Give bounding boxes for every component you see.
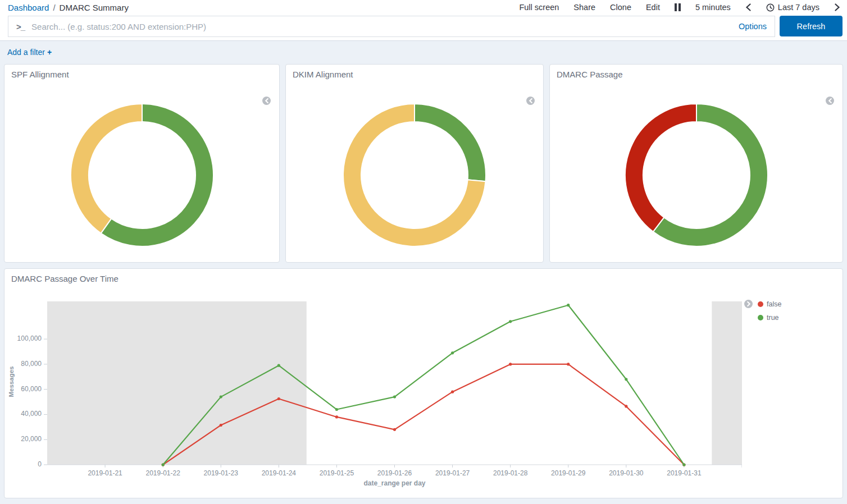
x-axis-tick-label: 2019-01-26 (371, 469, 419, 477)
time-range-picker[interactable]: Last 7 days (766, 3, 819, 12)
line-chart: 020,00040,00060,00080,000100,0002019-01-… (4, 269, 742, 499)
y-axis-tick-label: 20,000 (7, 435, 42, 443)
x-axis-tick-label: 2019-01-22 (139, 469, 187, 477)
x-axis-tick-label: 2019-01-29 (544, 469, 593, 477)
nav-menu: Full screen Share Clone Edit 5 minutes L… (519, 3, 840, 12)
x-axis-tick-label: 2019-01-27 (429, 469, 477, 477)
chevron-left-icon (529, 98, 533, 103)
console-icon: >_ (16, 22, 25, 31)
query-bar: >_ Options Refresh (0, 15, 847, 40)
chevron-right-icon (746, 301, 751, 306)
page-title: DMARC Summary (60, 3, 129, 12)
x-axis-tick-label: 2019-01-30 (602, 469, 650, 477)
chevron-left-icon (745, 3, 752, 11)
top-nav: Dashboard / DMARC Summary Full screen Sh… (0, 0, 847, 15)
legend-dot-false (758, 301, 763, 307)
refresh-interval-button[interactable]: 5 minutes (695, 3, 731, 12)
y-axis-tick-label: 0 (7, 460, 42, 468)
panel-title: SPF Allignment (4, 65, 279, 84)
panel-spf-alignment: SPF Allignment (4, 64, 280, 263)
clock-icon (766, 3, 775, 12)
x-axis-tick-label: 2019-01-23 (197, 469, 245, 477)
filter-bar: Add a filter+ (4, 41, 843, 64)
search-input[interactable] (31, 22, 732, 31)
x-axis-tick-label: 2019-01-28 (486, 469, 535, 477)
x-axis-title: date_range per day (47, 479, 742, 487)
panel-dkim-alignment: DKIM Alignment (285, 64, 544, 263)
donut-chart[interactable] (70, 103, 214, 247)
panel-title: DKIM Alignment (286, 65, 543, 84)
chart-legend: false true (744, 300, 781, 322)
time-forward-button[interactable] (834, 3, 840, 11)
breadcrumb: Dashboard / DMARC Summary (8, 3, 129, 12)
chevron-left-icon (265, 98, 269, 103)
legend-item-true[interactable]: true (758, 314, 781, 322)
x-axis-tick-label: 2019-01-25 (312, 469, 361, 477)
legend-collapse-button[interactable] (826, 97, 834, 105)
share-button[interactable]: Share (573, 3, 595, 12)
clone-button[interactable]: Clone (610, 3, 631, 12)
legend-item-false[interactable]: false (758, 300, 781, 308)
legend-dot-true (758, 315, 763, 320)
panel-dmarc-passage: DMARC Passage (549, 64, 843, 263)
legend-collapse-button[interactable] (526, 97, 535, 105)
y-axis-tick-label: 100,000 (7, 335, 42, 342)
edit-button[interactable]: Edit (646, 3, 660, 12)
add-filter-button[interactable]: Add a filter+ (7, 48, 52, 57)
line-chart-canvas[interactable] (4, 269, 742, 469)
search-bar[interactable]: >_ Options (8, 16, 775, 37)
time-back-button[interactable] (745, 3, 752, 11)
panel-title: DMARC Passage (550, 65, 843, 84)
chevron-left-icon (828, 98, 832, 103)
donut-chart[interactable] (343, 103, 486, 247)
x-axis-tick-label: 2019-01-24 (254, 469, 303, 477)
plus-icon: + (47, 48, 52, 57)
breadcrumb-separator: / (53, 3, 55, 12)
x-axis-tick-label: 2019-01-31 (660, 469, 708, 477)
time-range-label: Last 7 days (778, 3, 819, 12)
pause-icon[interactable] (675, 3, 681, 11)
legend-collapse-button[interactable] (262, 97, 271, 105)
y-axis-title: Messages (8, 342, 15, 421)
chevron-right-icon (834, 3, 840, 11)
donut-chart[interactable] (625, 103, 768, 247)
panel-dmarc-passage-over-time: DMARC Passage Over Time 020,00040,00060,… (4, 268, 843, 498)
top-bar: Dashboard / DMARC Summary Full screen Sh… (0, 0, 847, 40)
dashboard-row-1: SPF Allignment DKIM Alignment DMARC Pass… (4, 64, 843, 263)
full-screen-button[interactable]: Full screen (519, 3, 559, 12)
x-axis-tick-label: 2019-01-21 (81, 469, 129, 477)
breadcrumb-dashboard-link[interactable]: Dashboard (8, 3, 49, 12)
options-button[interactable]: Options (739, 22, 767, 31)
legend-expand-button[interactable] (744, 300, 753, 308)
refresh-button[interactable]: Refresh (780, 16, 843, 36)
dashboard-content: Add a filter+ SPF Allignment DKIM Alignm… (0, 40, 847, 498)
